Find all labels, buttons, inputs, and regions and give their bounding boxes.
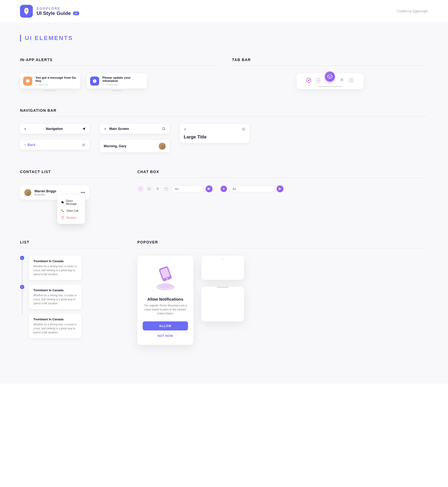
popover-section: POPOVER Allow Notifications The majestic… [137,240,428,345]
list-title: Tremblant In Canada [33,318,77,321]
list-section: LIST ✓ Tremblant In Canada Whether its a… [20,240,121,338]
search-icon[interactable] [162,127,166,131]
location-icon[interactable] [82,127,86,131]
chevron-left-icon[interactable] [137,186,144,192]
navbar: Morning, Gary [100,140,169,152]
credit-text: Crafted by Eggvenger [397,9,428,13]
menu-call[interactable]: Voice Call [57,207,85,214]
list-desc: Whether its a driving tour, a cruise or … [33,293,77,305]
list-title: Tremblant In Canada [33,289,77,292]
popover-desc: The majestic Rocky Mountains are a major… [143,304,188,316]
svg-point-9 [162,127,165,130]
chatbox [221,185,283,192]
large-title: Large Title [184,134,207,139]
calendar-icon[interactable] [163,186,169,192]
logo-group: EGGPLORE UI Style Guide V1 [20,5,79,18]
plus-button[interactable] [221,186,227,192]
chatbox [137,185,213,192]
alert-text: Please update your infomation [102,76,144,82]
send-button[interactable] [277,185,283,192]
menu-dm[interactable]: Direct Message [57,198,85,207]
contact-name: Warren Briggs [34,189,56,193]
svg-line-10 [164,129,165,130]
gear-icon[interactable] [242,127,246,131]
fab-button[interactable] [325,71,335,82]
chevron-left-icon[interactable] [184,128,187,131]
chevron-left-icon[interactable] [104,127,107,130]
gear-icon[interactable] [82,143,86,147]
popover-heading: POPOVER [137,240,428,244]
alert-card[interactable]: You got a message from Ga Huy ◷ Just now [20,73,80,91]
sheet-placeholder[interactable] [201,287,244,321]
drag-handle[interactable] [217,287,229,288]
info-icon [90,77,99,86]
drag-handle[interactable] [112,90,122,91]
allow-button[interactable]: ALLOW [143,321,188,330]
contact-section: CONTACT LIST Warren Briggs Australia •••… [20,170,121,223]
navbar-section: NAVIGATION BAR Navigation Back Main Scr [20,108,428,152]
notification-illustration [153,263,177,292]
svg-point-7 [350,79,352,80]
bell-icon[interactable] [339,78,345,83]
svg-rect-14 [165,187,168,190]
chevron-left-icon[interactable] [24,127,27,130]
svg-marker-3 [308,79,310,81]
navbar-heading: NAVIGATION BAR [20,108,428,113]
contact-heading: CONTACT LIST [20,170,121,174]
alert-time: ◷ Just now [35,83,77,86]
drag-handle[interactable] [45,90,55,91]
chat-input[interactable] [171,185,203,192]
logo-icon [20,5,33,18]
avatar[interactable] [159,143,166,150]
navbar-large: Large Title [180,124,249,143]
menu-remove[interactable]: Remove [57,214,85,221]
avatar [24,189,31,196]
alert-card[interactable]: Please update your infomation ◷ 2 hours … [87,73,147,91]
svg-point-19 [158,284,173,288]
page-body: UI ELEMENTS IN-APP ALERTS You got a mess… [0,23,448,384]
notnow-button[interactable]: NOT NOW [158,334,173,337]
list-item[interactable]: ✓ Tremblant In Canada Whether its a driv… [20,256,81,280]
version-badge: V1 [73,11,79,15]
navbar: Navigation [20,124,89,134]
contact-card[interactable]: Warren Briggs Australia ••• Direct Messa… [20,185,89,200]
svg-point-8 [83,144,84,145]
tabbar-heading: TAB BAR [232,58,428,62]
nav-title: Navigation [27,127,82,131]
list-heading: LIST [20,240,121,244]
chatbox-section: CHAT BOX [137,170,428,192]
globe-icon[interactable] [315,78,321,83]
send-button[interactable] [206,185,213,192]
section-title: UI ELEMENTS [20,35,428,42]
tabbar [297,73,363,89]
list-desc: Whether its a driving tour, a cruise or … [33,264,77,276]
svg-point-11 [243,129,244,130]
list-desc: Whether its a driving tour, a cruise or … [33,322,77,334]
timeline: ✓ Tremblant In Canada Whether its a driv… [20,256,81,338]
svg-point-13 [148,188,149,189]
pin-icon[interactable] [154,186,161,192]
alerts-section: IN-APP ALERTS You got a message from Ga … [20,58,216,91]
step-marker: 3 [20,314,24,318]
message-icon [23,77,32,86]
tabbar-section: TAB BAR [232,58,428,89]
sheet-placeholder[interactable]: ⌄ [201,256,244,280]
list-item[interactable]: 3 Tremblant In Canada Whether its a driv… [20,314,81,338]
list-item[interactable]: 2 Tremblant In Canada Whether its a driv… [20,285,81,309]
popover-title: Allow Notifications [143,297,188,301]
alert-time: ◷ 2 hours ago [102,83,144,86]
compass-icon[interactable] [306,78,311,83]
chat-input[interactable] [229,185,274,192]
page-header: EGGPLORE UI Style Guide V1 Crafted by Eg… [0,0,448,23]
alert-text: You got a message from Ga Huy [35,76,77,82]
more-icon[interactable]: ••• [81,190,85,195]
context-menu: Direct Message Voice Call Remove [57,195,85,224]
svg-point-0 [25,9,27,12]
back-button[interactable]: Back [24,143,35,147]
image-icon[interactable] [146,186,152,192]
brand-name: EGGPLORE [37,6,79,10]
alerts-heading: IN-APP ALERTS [20,58,216,62]
navbar: Main Screen [100,124,169,134]
profile-icon[interactable] [349,78,354,83]
page-title: UI Style Guide [37,10,71,16]
